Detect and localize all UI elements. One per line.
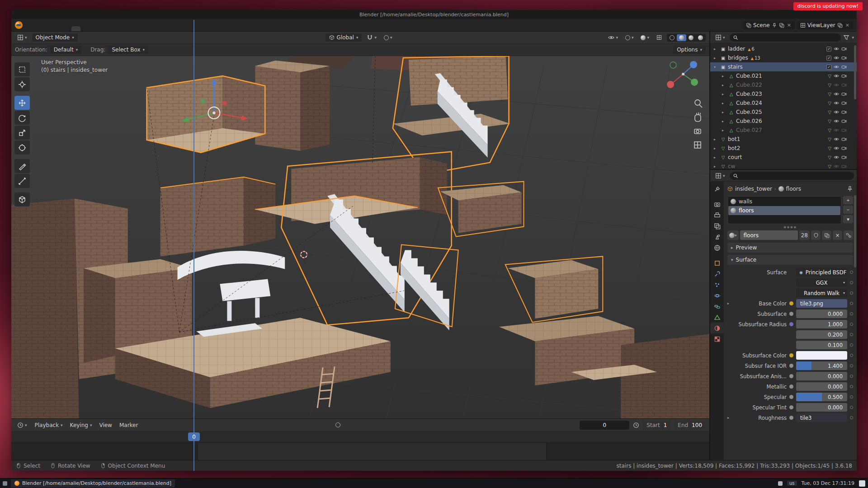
item-name[interactable]: cw <box>728 163 735 169</box>
eye-icon[interactable] <box>834 127 839 133</box>
camera-icon[interactable] <box>841 118 847 124</box>
expand-arrow-icon[interactable]: ▸ <box>727 416 731 420</box>
users-count-button[interactable]: 28 <box>799 230 810 240</box>
socket-dot-icon[interactable] <box>789 416 793 420</box>
camera-icon[interactable] <box>841 73 847 79</box>
topbar-menu[interactable] <box>34 24 42 27</box>
properties-search-input[interactable] <box>730 172 854 180</box>
material-name-field[interactable]: floors <box>740 230 798 240</box>
camera-icon[interactable] <box>841 91 847 97</box>
viewport-3d[interactable]: User Perspective (0) stairs | insides_to… <box>11 56 709 418</box>
gizmos-dropdown[interactable]: ▾ <box>623 34 636 41</box>
outliner-row[interactable]: ▸ ▽ cw ▽ ✓ <box>710 162 857 169</box>
options-dropdown[interactable]: Options ▾ <box>673 46 706 54</box>
outliner-search-input[interactable] <box>730 33 841 42</box>
material-slot[interactable]: walls <box>728 197 840 206</box>
list-resize-grip[interactable]: ▪▪▪▪ <box>727 224 853 230</box>
expand-arrow-icon[interactable]: ▸ <box>714 137 718 141</box>
xray-toggle[interactable] <box>654 34 664 41</box>
tab-output[interactable] <box>710 210 724 221</box>
checkbox-icon[interactable]: ✓ <box>826 56 831 61</box>
field-widget[interactable]: ◉ 0.200 ▾ <box>796 330 847 339</box>
camera-icon[interactable] <box>841 82 847 88</box>
drag-setting-dropdown[interactable]: Select Box ▾ <box>108 46 148 54</box>
camera-icon[interactable] <box>841 155 847 160</box>
shading-solid-button[interactable] <box>677 34 686 41</box>
window-titlebar[interactable]: Blender [/home/amalie/Desktop/blender/ca… <box>11 10 857 19</box>
socket-dot-icon[interactable] <box>789 385 793 389</box>
unlink-viewlayer-icon[interactable]: × <box>844 22 850 28</box>
keyframe-dot-icon[interactable] <box>850 302 853 305</box>
tray-icon[interactable] <box>778 481 783 486</box>
item-name[interactable]: bot1 <box>728 136 740 142</box>
tab-tool[interactable] <box>710 183 724 194</box>
eye-icon[interactable] <box>834 136 839 142</box>
transport-button[interactable] <box>382 424 386 426</box>
item-name[interactable]: Cube.022 <box>736 82 762 88</box>
eye-icon[interactable] <box>834 145 839 151</box>
transport-button[interactable] <box>354 424 357 426</box>
eye-icon[interactable] <box>834 73 839 79</box>
transform-tool[interactable] <box>14 141 30 155</box>
expand-arrow-icon[interactable]: ▸ <box>722 101 726 105</box>
keyframe-dot-icon[interactable] <box>850 364 853 367</box>
current-frame-field[interactable]: 0 <box>580 421 629 430</box>
topbar-menu[interactable] <box>42 24 50 27</box>
viewport-menu[interactable] <box>80 36 87 39</box>
viewlayer-selector[interactable]: ViewLayer × <box>797 21 853 29</box>
playhead[interactable]: 0 <box>188 432 200 441</box>
filter-chevron-icon[interactable]: ▾ <box>852 35 854 40</box>
surface-section-header[interactable]: ▾Surface <box>727 255 853 265</box>
item-name[interactable]: Cube.024 <box>736 100 762 106</box>
selectability-dropdown[interactable]: ▾ <box>606 33 620 42</box>
item-name[interactable]: court <box>728 154 742 160</box>
socket-dot-icon[interactable] <box>789 312 793 316</box>
field-widget[interactable]: ◉ 1.400 ▾ <box>796 361 847 370</box>
camera-icon[interactable] <box>841 164 847 169</box>
transport-button[interactable] <box>375 424 379 426</box>
outliner-type-button[interactable]: ▾ <box>713 33 727 42</box>
eye-icon[interactable] <box>834 109 839 115</box>
select-box-tool[interactable] <box>14 62 30 76</box>
outliner-row[interactable]: ▸ △ Cube.026 ▽ ✓ <box>710 117 857 126</box>
transport-button[interactable] <box>361 424 364 426</box>
overlays-dropdown[interactable]: ▾ <box>638 34 651 41</box>
field-widget[interactable]: ◉ Principled BSDF ▾ <box>796 268 847 277</box>
checkbox-icon[interactable]: ✓ <box>826 65 831 70</box>
keyboard-layout-indicator[interactable]: us <box>787 481 797 486</box>
camera-icon[interactable] <box>841 55 847 61</box>
outliner-row[interactable]: ▸ △ Cube.023 ▽ ✓ <box>710 89 857 99</box>
orientation-dropdown[interactable]: Global ▾ <box>326 33 362 42</box>
app-menu-icon[interactable] <box>3 481 7 486</box>
timeline-menu[interactable]: Marker▾ <box>118 421 140 429</box>
socket-dot-icon[interactable] <box>789 364 793 368</box>
outliner-row[interactable]: ▸ ▽ court ▽ ✓ <box>710 153 857 162</box>
node-editor-toggle[interactable] <box>844 230 853 240</box>
orientation-setting-dropdown[interactable]: Default ▾ <box>50 46 81 54</box>
eye-icon[interactable] <box>834 164 839 169</box>
top-center-tower[interactable] <box>255 61 330 151</box>
field-widget[interactable]: ◉ 0.500 ▾ <box>796 393 847 401</box>
frame-start-field[interactable]: Start1 <box>643 421 670 430</box>
eye-icon[interactable] <box>834 82 839 88</box>
timeline-menu[interactable]: Playback▾ <box>33 421 65 429</box>
keyframe-dot-icon[interactable] <box>850 375 853 378</box>
outliner-row[interactable]: ▸ △ Cube.025 ▽ ✓ <box>710 108 857 117</box>
transport-button[interactable] <box>368 424 372 426</box>
topbar-menu[interactable] <box>51 24 58 27</box>
unlink-scene-icon[interactable]: × <box>786 22 792 28</box>
auto-keying-toggle[interactable] <box>333 422 343 428</box>
workspace-tab[interactable] <box>128 26 137 31</box>
annotate-tool[interactable] <box>14 159 30 173</box>
viewport-menu[interactable] <box>108 36 114 39</box>
expand-arrow-icon[interactable]: ▸ <box>714 155 718 160</box>
workspace-tab[interactable] <box>176 26 185 31</box>
blender-logo-icon[interactable] <box>15 21 23 29</box>
transport-button[interactable] <box>346 424 350 426</box>
properties-type-button[interactable]: ▾ <box>713 172 727 180</box>
remove-slot-button[interactable]: − <box>843 206 853 214</box>
pin-icon[interactable] <box>772 23 777 28</box>
expand-arrow-icon[interactable]: ▸ <box>727 301 731 305</box>
eye-icon[interactable] <box>834 100 839 106</box>
timeline-ruler[interactable]: 0 <box>11 431 709 443</box>
